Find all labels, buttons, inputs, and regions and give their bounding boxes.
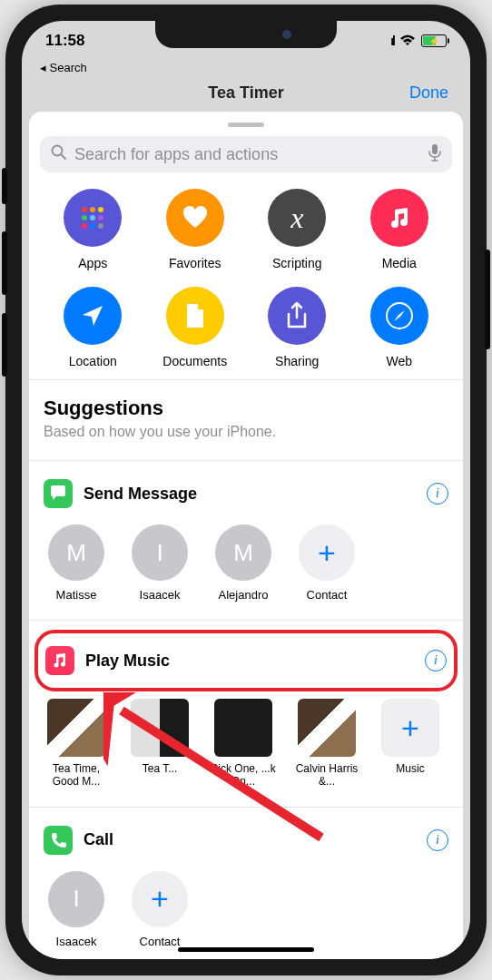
categories-grid: Apps Favorites x Scripting Media Locatio… [40, 189, 452, 368]
music-icon [51, 652, 69, 670]
contact-label: Alejandro [219, 588, 269, 602]
svg-point-6 [82, 215, 87, 220]
avatar: M [48, 524, 104, 581]
phone-icon [49, 831, 67, 849]
search-input[interactable] [74, 145, 421, 164]
send-message-header[interactable]: Send Message i [40, 470, 452, 517]
suggestions-subtitle: Based on how you use your iPhone. [40, 424, 452, 451]
contact-label: Isaacek [140, 588, 181, 602]
category-favorites[interactable]: Favorites [148, 189, 243, 270]
compass-icon [384, 300, 415, 331]
grid-icon [79, 204, 106, 231]
category-label: Media [382, 256, 417, 270]
music-label: Pick One, ...k On... [211, 762, 276, 789]
category-apps[interactable]: Apps [45, 189, 141, 270]
play-music-title: Play Music [85, 652, 414, 671]
back-nav[interactable]: ◂ Search [22, 61, 470, 80]
add-contact-button[interactable]: + Contact [127, 871, 192, 948]
highlight-annotation: Play Music i [34, 630, 458, 691]
music-item[interactable]: Calvin Harris &... [294, 699, 359, 789]
info-icon[interactable]: i [427, 829, 448, 851]
status-time: 11:58 [45, 32, 84, 50]
call-header[interactable]: Call i [40, 817, 452, 864]
info-icon[interactable]: i [427, 483, 448, 505]
search-bar[interactable] [40, 136, 452, 172]
music-label: Tea Time, Good M... [44, 762, 109, 789]
phone-frame: 11:58 ıl ⚡ ◂ Search Tea Timer Done [5, 5, 487, 975]
category-documents[interactable]: Documents [148, 287, 243, 368]
category-label: Location [69, 354, 117, 368]
plus-icon: + [299, 524, 355, 581]
notch [155, 21, 337, 48]
category-label: Sharing [275, 354, 319, 368]
avatar: I [48, 871, 104, 927]
send-message-title: Send Message [84, 485, 416, 504]
svg-point-3 [82, 207, 87, 212]
page-title: Tea Timer [208, 83, 283, 103]
contact-item[interactable]: M Matisse [44, 524, 109, 602]
divider [29, 460, 463, 461]
sheet-grabber[interactable] [228, 122, 264, 127]
music-label: Tea T... [143, 762, 177, 775]
action-sheet: Apps Favorites x Scripting Media Locatio… [29, 112, 463, 959]
call-title: Call [84, 830, 416, 849]
category-label: Scripting [272, 256, 321, 270]
svg-point-9 [82, 223, 87, 229]
header-row: Tea Timer Done [22, 80, 470, 103]
category-web[interactable]: Web [352, 287, 448, 368]
suggestions-title: Suggestions [40, 389, 452, 424]
svg-point-7 [90, 215, 95, 220]
add-label: Contact [140, 935, 181, 948]
music-item[interactable]: Pick One, ...k On... [211, 699, 276, 789]
contact-item[interactable]: M Alejandro [211, 524, 276, 602]
svg-point-10 [90, 223, 95, 229]
document-icon [183, 302, 207, 329]
album-art [47, 699, 105, 757]
message-icon [48, 484, 68, 504]
album-art [131, 699, 189, 757]
music-row: Tea Time, Good M... Tea T... Pick One, .… [40, 691, 452, 798]
mic-icon[interactable] [428, 143, 441, 166]
add-label: Contact [307, 588, 348, 602]
category-sharing[interactable]: Sharing [250, 287, 345, 368]
plus-icon: + [132, 871, 188, 927]
svg-point-11 [98, 223, 103, 229]
album-art [214, 699, 272, 757]
svg-point-8 [98, 215, 103, 220]
category-media[interactable]: Media [352, 189, 448, 270]
signal-icon: ıl [390, 34, 394, 48]
music-item[interactable]: Tea Time, Good M... [44, 699, 109, 789]
battery-icon: ⚡ [421, 34, 447, 47]
done-button[interactable]: Done [409, 83, 448, 103]
contacts-row: M Matisse I Isaacek M Alejandro + Contac… [40, 517, 452, 611]
category-label: Apps [78, 256, 107, 270]
svg-line-1 [61, 154, 65, 159]
category-label: Web [386, 354, 412, 368]
category-location[interactable]: Location [45, 287, 141, 368]
add-contact-button[interactable]: + Contact [294, 524, 359, 602]
contact-item[interactable]: I Isaacek [44, 871, 109, 948]
share-icon [284, 301, 310, 330]
avatar: I [132, 524, 188, 581]
divider [29, 620, 463, 621]
plus-icon: + [381, 699, 439, 757]
home-indicator[interactable] [178, 947, 314, 952]
contact-item[interactable]: I Isaacek [127, 524, 192, 602]
add-music-button[interactable]: + Music [378, 699, 443, 789]
divider [29, 379, 463, 380]
play-music-header[interactable]: Play Music i [42, 637, 450, 684]
script-icon: x [290, 201, 303, 235]
music-item[interactable]: Tea T... [127, 699, 192, 789]
svg-point-4 [90, 207, 95, 212]
call-contacts-row: I Isaacek + Contact [40, 864, 452, 957]
add-label: Music [396, 762, 424, 775]
location-icon [79, 302, 106, 329]
music-label: Calvin Harris &... [294, 762, 359, 789]
search-icon [51, 144, 67, 165]
music-icon [386, 204, 413, 231]
category-label: Documents [162, 354, 227, 368]
info-icon[interactable]: i [425, 650, 447, 671]
svg-point-5 [98, 207, 103, 212]
svg-rect-2 [432, 144, 438, 154]
category-scripting[interactable]: x Scripting [250, 189, 345, 270]
